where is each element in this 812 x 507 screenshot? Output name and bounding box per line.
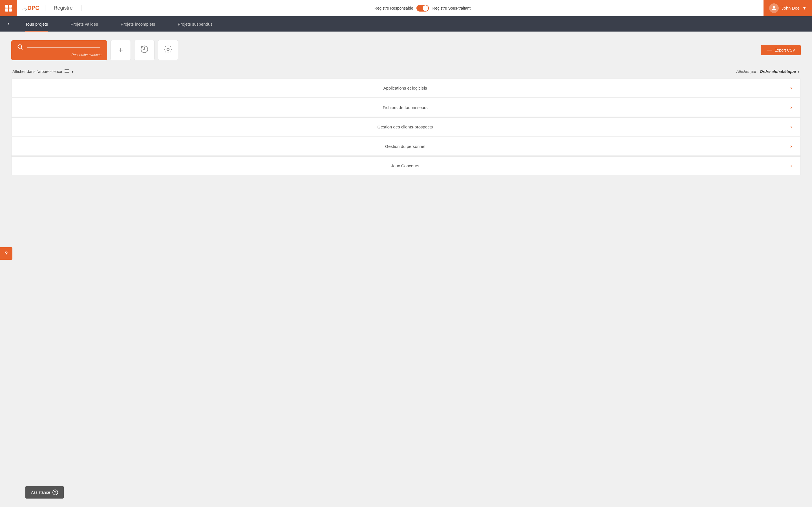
user-menu[interactable]: John Doe ▼ — [763, 0, 812, 16]
logo-dpc: DPC — [28, 5, 39, 11]
toggle-label-right: Registre Sous-traitant — [432, 6, 470, 10]
assistance-button[interactable]: Assistance ? — [26, 486, 64, 499]
nav-tabs: Tous projets Projets validés Projets inc… — [14, 16, 809, 32]
toggle-label-left: Registre Responsable — [374, 6, 413, 10]
search-box[interactable]: Recherche avancée — [11, 40, 107, 60]
user-name: John Doe — [781, 6, 800, 10]
sort-value: Ordre alphabétique — [760, 69, 796, 74]
app-icon-area — [0, 0, 17, 16]
list-item[interactable]: Gestion des clients-prospects › — [11, 117, 801, 136]
history-button[interactable] — [134, 40, 154, 60]
list-item-label: Jeux Concours — [20, 163, 790, 168]
toggle-area: Registre Responsable Registre Sous-trait… — [82, 5, 763, 11]
back-button[interactable]: ‹ — [3, 20, 14, 27]
help-button[interactable]: ? — [0, 247, 12, 260]
tree-view-toggle[interactable]: Afficher dans l'arborescence ▾ — [12, 69, 73, 74]
chevron-right-icon: › — [790, 163, 792, 169]
chevron-right-icon: › — [790, 85, 792, 91]
list-item-label: Applications et logiciels — [20, 86, 790, 91]
tab-projets-suspendus[interactable]: Projets suspendus — [166, 16, 223, 32]
main-content: Recherche avancée + — [0, 32, 812, 184]
navbar: ‹ Tous projets Projets validés Projets i… — [0, 16, 812, 32]
chevron-right-icon: › — [790, 124, 792, 130]
toggle-knob — [423, 5, 428, 11]
history-icon — [140, 45, 149, 56]
search-icon — [17, 44, 23, 51]
svg-line-2 — [21, 48, 22, 49]
tree-chevron-icon: ▾ — [71, 69, 73, 74]
chevron-down-icon: ▼ — [802, 6, 806, 10]
list-item-label: Gestion des clients-prospects — [20, 124, 790, 129]
toolbar: Recherche avancée + — [11, 40, 801, 60]
sort-label: Afficher par : Ordre alphabétique — [736, 69, 796, 74]
settings-button[interactable] — [158, 40, 178, 60]
tab-projets-incomplets[interactable]: Projets incomplets — [109, 16, 167, 32]
export-csv-button[interactable]: Export CSV — [761, 45, 801, 55]
logo-my: my — [22, 6, 28, 11]
projects-list: Applications et logiciels › Fichiers de … — [11, 78, 801, 176]
chevron-right-icon: › — [790, 144, 792, 149]
chevron-right-icon: › — [790, 105, 792, 110]
list-item[interactable]: Gestion du personnel › — [11, 137, 801, 156]
filter-bar: Afficher dans l'arborescence ▾ Afficher … — [11, 69, 801, 74]
page-title: Registre — [45, 5, 82, 11]
gear-icon — [163, 45, 172, 56]
list-item[interactable]: Applications et logiciels › — [11, 78, 801, 98]
list-item[interactable]: Fichiers de fournisseurs › — [11, 98, 801, 117]
list-item[interactable]: Jeux Concours › — [11, 156, 801, 175]
header: myDPC Registre Registre Responsable Regi… — [0, 0, 812, 16]
assistance-help-icon: ? — [52, 490, 58, 495]
add-button[interactable]: + — [110, 40, 131, 60]
sort-chevron-icon: ▾ — [798, 69, 800, 74]
tree-view-label: Afficher dans l'arborescence — [12, 69, 62, 74]
search-advanced-label: Recherche avancée — [17, 53, 101, 57]
tab-tous-projets[interactable]: Tous projets — [14, 16, 59, 32]
list-item-label: Gestion du personnel — [20, 144, 790, 149]
svg-point-0 — [773, 6, 775, 8]
grid-icon — [5, 5, 12, 11]
export-icon — [767, 50, 772, 50]
assistance-label: Assistance — [31, 490, 50, 495]
list-item-label: Fichiers de fournisseurs — [20, 105, 790, 110]
svg-point-1 — [18, 45, 22, 48]
registre-toggle[interactable] — [416, 5, 429, 11]
user-avatar — [769, 3, 779, 13]
sort-dropdown[interactable]: Afficher par : Ordre alphabétique ▾ — [736, 69, 800, 74]
tree-icon — [64, 69, 69, 74]
plus-icon: + — [118, 46, 123, 55]
svg-point-4 — [167, 48, 169, 50]
logo: myDPC — [17, 5, 45, 11]
tab-projets-valides[interactable]: Projets validés — [59, 16, 109, 32]
